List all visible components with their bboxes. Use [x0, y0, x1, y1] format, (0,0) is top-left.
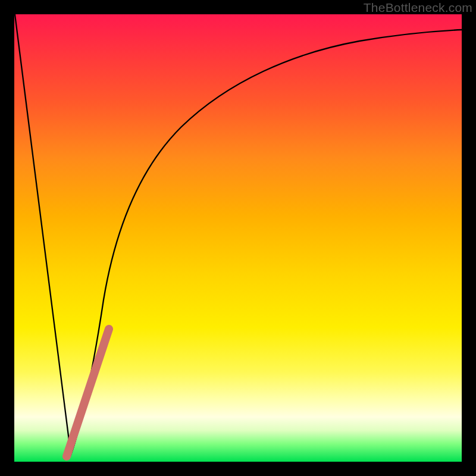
chart-background-gradient — [14, 14, 462, 462]
watermark-text: TheBottleneck.com — [364, 1, 472, 15]
chart-container: TheBottleneck.com — [0, 0, 476, 476]
